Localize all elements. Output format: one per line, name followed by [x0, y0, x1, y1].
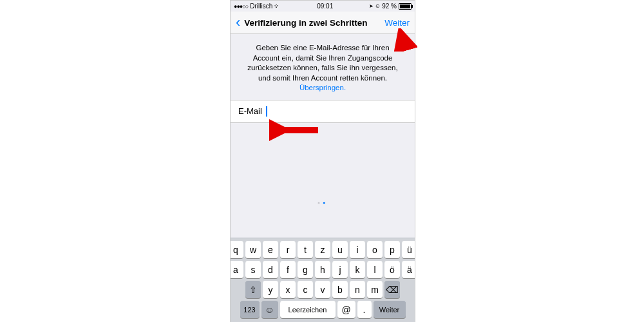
key-h[interactable]: h: [315, 261, 330, 278]
key-y[interactable]: y: [263, 281, 278, 298]
key-b[interactable]: b: [332, 281, 348, 298]
key-q[interactable]: q: [230, 241, 243, 258]
keyboard-row-3: ⇧ yxcvbnm⌫: [232, 281, 413, 298]
emoji-key[interactable]: ☺: [261, 301, 278, 318]
next-button[interactable]: Weiter: [384, 18, 410, 28]
clock: 09:01: [317, 3, 333, 10]
wifi-icon: ᯤ: [274, 3, 281, 10]
email-field-row[interactable]: E-Mail: [231, 100, 415, 123]
key-r[interactable]: r: [280, 241, 296, 258]
key-m[interactable]: m: [367, 281, 383, 298]
key-l[interactable]: l: [367, 261, 383, 278]
key-ä[interactable]: ä: [402, 261, 415, 278]
key-f[interactable]: f: [280, 261, 296, 278]
text-cursor: [266, 106, 267, 117]
page-indicator: ●●: [231, 200, 415, 205]
key-p[interactable]: p: [384, 241, 400, 258]
skip-link[interactable]: Überspringen.: [299, 84, 346, 91]
key-c[interactable]: c: [298, 281, 313, 298]
keyboard: qwertzuiopü asdfghjklöä ⇧ yxcvbnm⌫ 123 ☺…: [231, 238, 415, 322]
key-d[interactable]: d: [263, 261, 278, 278]
key-ü[interactable]: ü: [402, 241, 415, 258]
key-k[interactable]: k: [350, 261, 365, 278]
keyboard-row-4: 123 ☺ Leerzeichen @ . Weiter: [232, 301, 413, 318]
battery-icon: [399, 3, 412, 10]
nav-bar: ‹ Verifizierung in zwei Schritten Weiter: [231, 12, 415, 34]
key-t[interactable]: t: [298, 241, 313, 258]
at-key[interactable]: @: [337, 301, 355, 318]
shift-key[interactable]: ⇧: [245, 281, 261, 298]
key-g[interactable]: g: [298, 261, 313, 278]
keyboard-row-1: qwertzuiopü: [232, 241, 413, 258]
key-w[interactable]: w: [245, 241, 261, 258]
key-i[interactable]: i: [350, 241, 365, 258]
page-title: Verifizierung in zwei Schritten: [244, 18, 367, 28]
key-u[interactable]: u: [332, 241, 348, 258]
key-v[interactable]: v: [315, 281, 330, 298]
alarm-icon: ⊙: [375, 3, 380, 9]
status-bar: ●●●○○ Drillisch ᯤ 09:01 ➤ ⊙ 92 %: [231, 1, 415, 12]
key-o[interactable]: o: [367, 241, 383, 258]
location-icon: ➤: [369, 3, 374, 9]
email-label: E-Mail: [238, 106, 262, 116]
numbers-key[interactable]: 123: [240, 301, 260, 318]
keyboard-row-2: asdfghjklöä: [232, 261, 413, 278]
back-button[interactable]: ‹: [231, 15, 245, 30]
space-key[interactable]: Leerzeichen: [280, 301, 336, 318]
carrier-label: Drillisch: [250, 3, 272, 10]
key-s[interactable]: s: [245, 261, 261, 278]
go-key[interactable]: Weiter: [374, 301, 406, 318]
description-text: Geben Sie eine E-Mail-Adresse für Ihren …: [231, 34, 415, 100]
signal-dots: ●●●○○: [234, 3, 248, 10]
battery-percent: 92 %: [382, 3, 397, 10]
key-x[interactable]: x: [280, 281, 296, 298]
key-e[interactable]: e: [263, 241, 278, 258]
key-n[interactable]: n: [350, 281, 365, 298]
key-z[interactable]: z: [315, 241, 330, 258]
key-ö[interactable]: ö: [384, 261, 400, 278]
key-a[interactable]: a: [230, 261, 243, 278]
period-key[interactable]: .: [357, 301, 372, 318]
key-j[interactable]: j: [332, 261, 348, 278]
phone-screen: ●●●○○ Drillisch ᯤ 09:01 ➤ ⊙ 92 % ‹ Verif…: [230, 0, 415, 322]
backspace-key[interactable]: ⌫: [384, 281, 400, 298]
